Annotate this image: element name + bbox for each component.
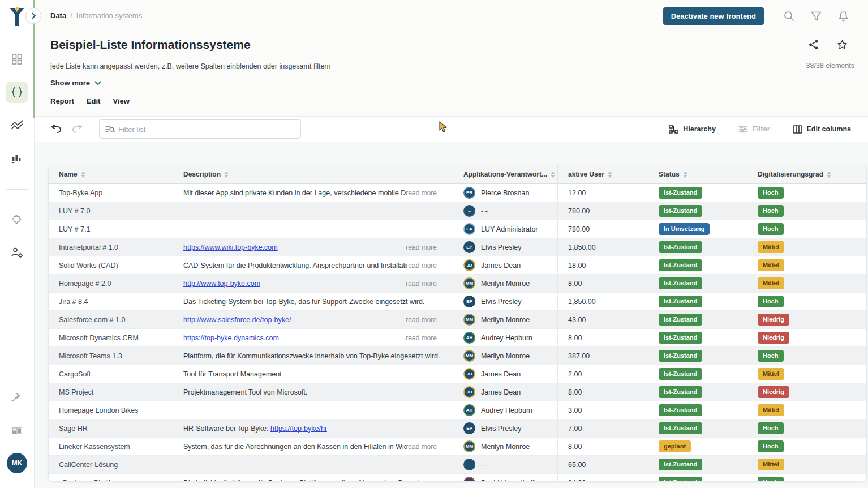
table-row[interactable]: Sage HR HR-Software bei Top-Byke: https:… xyxy=(49,419,866,438)
column-header-digitalisierungsgrad[interactable]: Digitalisierungsgrad xyxy=(747,165,849,183)
row-name[interactable]: Homepage # 2.0 xyxy=(59,280,111,288)
sidebar-item-charts[interactable] xyxy=(6,147,28,169)
row-name[interactable]: Salesforce.com # 1.0 xyxy=(59,316,125,324)
table-row[interactable]: Microsoft Dynamics CRM https://top-byke.… xyxy=(49,329,866,347)
sort-icon[interactable] xyxy=(683,172,687,178)
show-more-toggle[interactable]: Show more xyxy=(50,79,101,87)
read-more-link[interactable]: read more xyxy=(406,280,453,288)
filter-list-input[interactable] xyxy=(118,125,295,134)
sort-icon[interactable] xyxy=(224,172,229,178)
menu-view[interactable]: View xyxy=(113,97,129,105)
table-row[interactable]: Jira # 8.4 Das Ticketing-System bei Top-… xyxy=(49,293,866,311)
edit-columns-button[interactable]: Edit columns xyxy=(793,125,851,134)
table-row[interactable]: CargoSoft Tool für Transport Management … xyxy=(49,365,866,383)
description-link[interactable]: https://top-byke.dynamics.com xyxy=(183,334,279,342)
status-badge: Ist-Zustand xyxy=(659,296,702,307)
digitalisierungsgrad-badge: Niedrig xyxy=(758,332,789,344)
sidebar-item-dashboards[interactable] xyxy=(6,49,28,70)
sort-icon[interactable] xyxy=(608,172,612,178)
read-more-link[interactable]: read more xyxy=(406,262,453,269)
sidebar-item-data[interactable] xyxy=(6,82,28,103)
table-row[interactable]: Microsoft Teams 1.3 Plattform, die für K… xyxy=(49,347,866,365)
status-badge: Ist-Zustand xyxy=(659,241,702,253)
star-icon xyxy=(837,40,848,50)
table-row[interactable]: Homepage # 2.0 http://www.top-byke.com r… xyxy=(49,275,866,293)
row-name[interactable]: LUY # 7.1 xyxy=(59,225,90,233)
column-header-name[interactable]: Name xyxy=(49,165,173,183)
sidebar-item-docs[interactable] xyxy=(6,420,28,442)
search-button[interactable] xyxy=(779,8,799,25)
redo-button[interactable] xyxy=(71,123,83,135)
table-row[interactable]: Solid Works (CAD) CAD-System für die Pro… xyxy=(49,256,866,275)
row-name[interactable]: LUY # 7.0 xyxy=(59,207,90,215)
row-active-users: 1,850.00 xyxy=(568,298,596,306)
digitalisierungsgrad-badge: Hoch xyxy=(758,296,784,307)
table-row[interactable]: Lineker Kassensystem System, das für die… xyxy=(49,438,866,456)
read-more-link[interactable]: read more xyxy=(406,479,453,482)
menu-edit[interactable]: Edit xyxy=(87,97,101,105)
sort-icon[interactable] xyxy=(551,172,555,178)
row-name[interactable]: Jira # 8.4 xyxy=(59,298,88,306)
dashboard-icon xyxy=(11,54,23,65)
favorite-button[interactable] xyxy=(837,40,848,52)
row-name[interactable]: Homepage London Bikes xyxy=(59,406,138,414)
status-badge: Ist-Zustand xyxy=(659,404,702,416)
row-name[interactable]: MS Project xyxy=(59,388,93,396)
share-button[interactable] xyxy=(809,40,819,52)
table-row[interactable]: LUY # 7.1 LA LUY Administrator 780.00 In… xyxy=(49,220,866,238)
row-description: http://www.top-byke.com xyxy=(183,280,260,288)
row-name[interactable]: Microsoft Dynamics CRM xyxy=(59,334,139,342)
table-row[interactable]: LUY # 7.0 – - - 780.00 Ist-Zustand Hoch xyxy=(49,202,866,220)
table-row[interactable]: CallCenter-Lösung – - - 65.00 Ist-Zustan… xyxy=(49,456,866,474)
deactivate-frontend-button[interactable]: Deactivate new frontend xyxy=(663,7,764,25)
row-name[interactable]: Top-Byke App xyxy=(59,189,102,197)
sidebar-item-plugins[interactable] xyxy=(6,209,28,230)
sort-icon[interactable] xyxy=(827,172,831,178)
row-name[interactable]: Intranetportal # 1.0 xyxy=(59,243,118,251)
read-more-link[interactable]: read more xyxy=(406,189,453,197)
column-header-status[interactable]: Status xyxy=(648,165,747,183)
table-row[interactable]: Salesforce.com # 1.0 http://www.salesfor… xyxy=(49,311,866,329)
row-name[interactable]: CargoSoft xyxy=(59,370,91,378)
description-link[interactable]: http://www.top-byke.com xyxy=(183,280,260,288)
page-title: Beispiel-Liste Informationssysteme xyxy=(50,38,251,52)
read-more-link[interactable]: read more xyxy=(406,443,453,451)
description-link[interactable]: https://www.wiki.top-byke.com xyxy=(183,243,278,251)
notifications-button[interactable] xyxy=(833,8,853,25)
row-responsible: - - xyxy=(481,207,488,215)
hierarchy-button[interactable]: Hierarchy xyxy=(669,125,716,134)
description-link[interactable]: https://top-byke/hr xyxy=(270,425,327,433)
sidebar-item-reports[interactable] xyxy=(6,114,28,136)
row-name[interactable]: eBusiness-Plattform xyxy=(59,479,122,482)
read-more-link[interactable]: read more xyxy=(406,243,453,251)
table-row[interactable]: MS Project Projektmanagement Tool von Mi… xyxy=(49,383,866,401)
menu-report[interactable]: Report xyxy=(50,97,74,105)
row-name[interactable]: Lineker Kassensystem xyxy=(59,443,130,451)
row-name[interactable]: CallCenter-Lösung xyxy=(59,461,118,469)
row-name[interactable]: Sage HR xyxy=(59,425,88,433)
column-header-aktive-user[interactable]: aktive User xyxy=(558,165,648,183)
global-filter-button[interactable] xyxy=(806,8,826,25)
read-more-link[interactable]: read more xyxy=(406,316,453,324)
row-responsible: LUY Administrator xyxy=(481,225,538,233)
sidebar-item-export[interactable] xyxy=(6,387,28,409)
user-avatar[interactable]: MK xyxy=(7,453,27,473)
column-header-description[interactable]: Description xyxy=(173,165,453,183)
table-row[interactable]: eBusiness-Plattform Die individuelle Lös… xyxy=(49,474,866,482)
description-link[interactable]: http://www.salesforce.de/top-byke/ xyxy=(183,316,291,324)
undo-button[interactable] xyxy=(50,123,63,135)
sidebar-expand-button[interactable] xyxy=(25,8,41,24)
row-name[interactable]: Solid Works (CAD) xyxy=(59,262,118,269)
row-responsible: Audrey Hepburn xyxy=(481,334,532,342)
breadcrumb-root[interactable]: Data xyxy=(50,11,66,20)
filter-button[interactable]: Filter xyxy=(738,125,770,134)
row-name[interactable]: Microsoft Teams 1.3 xyxy=(59,352,122,360)
sidebar-item-user-admin[interactable] xyxy=(6,242,28,263)
table-row[interactable]: Homepage London Bikes AH Audrey Hepburn … xyxy=(49,401,866,419)
table-row[interactable]: Intranetportal # 1.0 https://www.wiki.to… xyxy=(49,238,866,256)
read-more-link[interactable]: read more xyxy=(406,334,453,342)
filter-list-field[interactable] xyxy=(99,119,301,139)
sort-icon[interactable] xyxy=(81,172,85,178)
table-row[interactable]: Top-Byke App Mit dieser App sind private… xyxy=(49,184,866,202)
column-header-applikations-verantwort-[interactable]: Applikations-Verantwort... xyxy=(453,165,558,183)
